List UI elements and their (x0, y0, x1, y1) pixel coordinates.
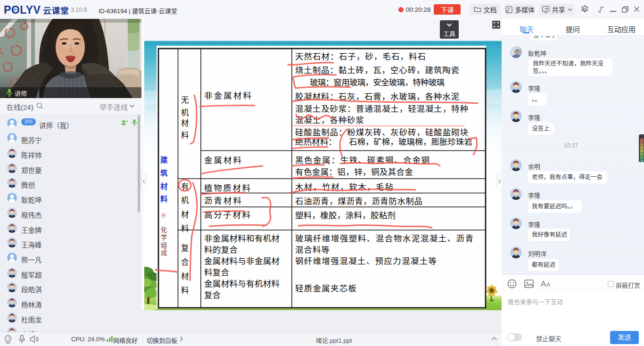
svg-text:材: 材 (160, 182, 168, 190)
svg-text:天然石材：石子，砂，毛石，料石: 天然石材：石子，砂，毛石，料石 (295, 52, 426, 61)
svg-text:合: 合 (181, 258, 189, 267)
svg-text:混凝土及砂浆：普通混凝土，轻混凝土，特种: 混凝土及砂浆：普通混凝土，轻混凝土，特种 (295, 104, 468, 114)
svg-text:金属材料与有机材料: 金属材料与有机材料 (204, 279, 280, 288)
svg-text:石棉，矿棉，玻璃棉，膨胀珍珠岩: 石棉，矿棉，玻璃棉，膨胀珍珠岩 (349, 137, 472, 147)
svg-text:料复合: 料复合 (204, 268, 229, 277)
svg-text:建: 建 (160, 156, 168, 164)
svg-text:非金属材料和有机材: 非金属材料和有机材 (204, 234, 280, 243)
svg-text:植物质材料: 植物质材料 (204, 183, 250, 193)
svg-text:混合料等: 混合料等 (295, 245, 330, 255)
svg-text:硅酸盐制品：粉煤灰砖、灰砂砖，硅酸盐砌块: 硅酸盐制品：粉煤灰砖、灰砂砖，硅酸盐砌块 (295, 128, 468, 137)
svg-text:复合: 复合 (204, 290, 221, 300)
svg-text:有色金属：铝，锌，铜及其合金: 有色金属：铝，锌，铜及其合金 (295, 167, 413, 177)
svg-text:非金属材料: 非金属材料 (204, 91, 251, 100)
svg-text:成: 成 (161, 249, 167, 256)
svg-text:复: 复 (181, 244, 189, 253)
svg-text:化: 化 (161, 226, 167, 233)
svg-text:玻璃纤维增强塑料、混合物水泥混凝土、沥青: 玻璃纤维增强塑料、混合物水泥混凝土、沥青 (295, 234, 473, 243)
svg-text:料: 料 (181, 286, 189, 295)
svg-text:烧土制品：黏土砖，瓦，空心砖，建筑陶瓷: 烧土制品：黏土砖，瓦，空心砖，建筑陶瓷 (295, 66, 459, 75)
svg-text:玻璃：窗用玻璃，安全玻璃，特种玻璃: 玻璃：窗用玻璃，安全玻璃，特种玻璃 (310, 78, 445, 87)
svg-text:沥青材料: 沥青材料 (204, 196, 241, 206)
svg-text:料: 料 (181, 224, 189, 233)
svg-text:料的复合: 料的复合 (204, 245, 238, 255)
svg-text:金属材料: 金属材料 (204, 156, 241, 165)
svg-text:钢纤维增强混凝土、预应力混凝土等: 钢纤维增强混凝土、预应力混凝土等 (295, 256, 437, 266)
svg-text:学: 学 (161, 234, 167, 241)
svg-text:材: 材 (181, 272, 189, 281)
svg-text:组: 组 (161, 242, 167, 249)
svg-text:金属材料与非金属材: 金属材料与非金属材 (204, 256, 280, 266)
svg-text:机: 机 (181, 196, 189, 205)
svg-text:机: 机 (181, 108, 189, 117)
svg-text:石油沥青，煤沥青，沥青防水制品: 石油沥青，煤沥青，沥青防水制品 (295, 197, 422, 206)
svg-text:无: 无 (181, 96, 189, 105)
svg-text:※: ※ (161, 213, 166, 219)
svg-text:材: 材 (181, 210, 189, 219)
svg-text:料: 料 (160, 195, 168, 203)
svg-text:塑料，橡胶，涂料，胶粘剂: 塑料，橡胶，涂料，胶粘剂 (295, 211, 396, 220)
svg-text:材: 材 (181, 119, 189, 128)
svg-text:筑: 筑 (160, 169, 168, 177)
svg-text:A: A (541, 280, 546, 288)
svg-text:轻质金属夹芯板: 轻质金属夹芯板 (295, 284, 356, 293)
svg-text:A: A (546, 281, 550, 288)
svg-text:料: 料 (181, 131, 189, 140)
